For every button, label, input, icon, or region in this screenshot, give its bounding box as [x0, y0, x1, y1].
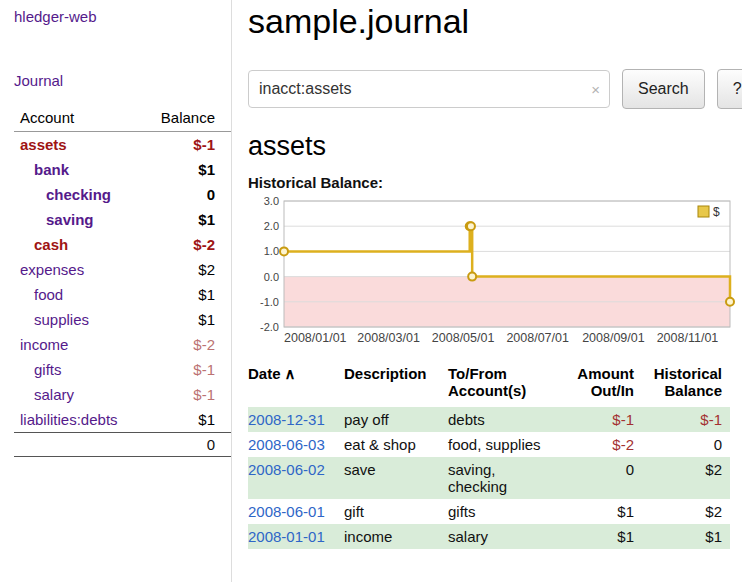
account-row-assets: assets $-1 [14, 132, 231, 158]
transaction-amount: $-1 [562, 407, 642, 432]
account-link-checking[interactable]: checking [46, 186, 111, 203]
transaction-accounts: food, supplies [448, 432, 562, 457]
page-title: sample.journal [248, 2, 742, 41]
transaction-balance: $2 [642, 499, 730, 524]
historical-balance-chart: 3.02.01.00.0-1.0-2.02008/01/012008/03/01… [248, 195, 738, 347]
app-title-link[interactable]: hledger-web [14, 8, 97, 25]
account-balance-assets: $-1 [139, 132, 231, 158]
clear-search-icon[interactable]: × [591, 82, 600, 97]
account-row-salary: salary $-1 [14, 382, 231, 407]
register-row: 2008-06-03 eat & shop food, supplies $-2… [248, 432, 730, 457]
account-balance-bank: $1 [139, 157, 231, 182]
column-header-balance: Historical Balance [642, 363, 730, 407]
accounts-header-balance: Balance [139, 105, 231, 132]
column-header-date[interactable]: Date∧ [248, 363, 344, 407]
svg-text:-2.0: -2.0 [260, 321, 279, 333]
svg-text:2008/09/01: 2008/09/01 [582, 331, 645, 345]
transaction-description: eat & shop [344, 432, 448, 457]
transaction-accounts: saving, checking [448, 457, 562, 499]
account-link-bank[interactable]: bank [34, 161, 69, 178]
transaction-balance: $1 [642, 524, 730, 549]
transaction-date-link[interactable]: 2008-01-01 [248, 528, 325, 545]
transaction-date-link[interactable]: 2008-06-01 [248, 503, 325, 520]
transaction-accounts: debts [448, 407, 562, 432]
register-row: 2008-06-02 save saving, checking 0 $2 [248, 457, 730, 499]
account-link-income[interactable]: income [20, 336, 68, 353]
transaction-date-link[interactable]: 2008-06-03 [248, 436, 325, 453]
svg-text:2008/11/01: 2008/11/01 [657, 331, 719, 345]
svg-text:2008/03/01: 2008/03/01 [357, 331, 420, 345]
account-heading: assets [248, 131, 742, 162]
transaction-amount: 0 [562, 457, 642, 499]
svg-text:-1.0: -1.0 [260, 296, 279, 308]
accounts-header-account: Account [14, 105, 139, 132]
account-balance-cash: $-2 [139, 232, 231, 257]
account-balance-food: $1 [139, 282, 231, 307]
account-link-saving[interactable]: saving [46, 211, 94, 228]
account-row-liabilities-debts: liabilities:debts $1 [14, 407, 231, 433]
sidebar-item-journal[interactable]: Journal [14, 72, 231, 89]
svg-text:$: $ [713, 205, 720, 219]
transaction-description: pay off [344, 407, 448, 432]
search-input-wrap: × [248, 70, 610, 108]
account-link-cash[interactable]: cash [34, 236, 68, 253]
transaction-description: save [344, 457, 448, 499]
column-header-date-label: Date [248, 365, 281, 382]
accounts-table-header: Account Balance [14, 105, 231, 132]
search-input[interactable] [248, 70, 610, 108]
transaction-date-link[interactable]: 2008-06-02 [248, 461, 325, 478]
transaction-date-link[interactable]: 2008-12-31 [248, 411, 325, 428]
account-balance-liabilities-debts: $1 [139, 407, 231, 433]
account-balance-income: $-2 [139, 332, 231, 357]
account-balance-checking: 0 [139, 182, 231, 207]
account-link-assets[interactable]: assets [20, 136, 67, 153]
account-row-expenses: expenses $2 [14, 257, 231, 282]
column-header-amount: Amount Out/In [562, 363, 642, 407]
account-link-expenses[interactable]: expenses [20, 261, 84, 278]
account-balance-salary: $-1 [139, 382, 231, 407]
account-balance-gifts: $-1 [139, 357, 231, 382]
account-row-supplies: supplies $1 [14, 307, 231, 332]
accounts-total-value: 0 [139, 433, 231, 457]
transaction-balance: 0 [642, 432, 730, 457]
svg-text:3.0: 3.0 [264, 195, 279, 207]
transaction-balance: $2 [642, 457, 730, 499]
account-row-gifts: gifts $-1 [14, 357, 231, 382]
register-header-row: Date∧ Description To/From Account(s) Amo… [248, 363, 730, 407]
svg-text:2008/01/01: 2008/01/01 [284, 331, 347, 345]
register-row: 2008-06-01 gift gifts $1 $2 [248, 499, 730, 524]
account-link-salary[interactable]: salary [34, 386, 74, 403]
account-row-checking: checking 0 [14, 182, 231, 207]
column-header-description: Description [344, 363, 448, 407]
transaction-accounts: salary [448, 524, 562, 549]
chart-title: Historical Balance: [248, 174, 742, 191]
transaction-accounts: gifts [448, 499, 562, 524]
help-button[interactable]: ? [717, 69, 742, 109]
account-row-income: income $-2 [14, 332, 231, 357]
account-row-cash: cash $-2 [14, 232, 231, 257]
search-button[interactable]: Search [622, 69, 705, 109]
transaction-balance: $-1 [642, 407, 730, 432]
column-header-accounts: To/From Account(s) [448, 363, 562, 407]
account-link-gifts[interactable]: gifts [34, 361, 62, 378]
account-row-saving: saving $1 [14, 207, 231, 232]
account-balance-expenses: $2 [139, 257, 231, 282]
sidebar: hledger-web Journal Account Balance asse… [0, 0, 232, 582]
register-row: 2008-12-31 pay off debts $-1 $-1 [248, 407, 730, 432]
svg-text:2.0: 2.0 [264, 220, 279, 232]
svg-text:0.0: 0.0 [264, 271, 279, 283]
register-row: 2008-01-01 income salary $1 $1 [248, 524, 730, 549]
svg-text:2008/07/01: 2008/07/01 [506, 331, 569, 345]
account-link-supplies[interactable]: supplies [34, 311, 89, 328]
search-form: × Search ? [248, 69, 742, 109]
account-link-food[interactable]: food [34, 286, 63, 303]
svg-text:2008/05/01: 2008/05/01 [432, 331, 495, 345]
svg-text:1.0: 1.0 [264, 245, 279, 257]
transaction-description: income [344, 524, 448, 549]
main-content: sample.journal × Search ? assets Histori… [232, 0, 742, 582]
transaction-amount: $1 [562, 499, 642, 524]
accounts-table: Account Balance assets $-1 bank $1 check… [14, 105, 231, 457]
account-link-liabilities-debts[interactable]: liabilities:debts [20, 411, 118, 428]
account-row-food: food $1 [14, 282, 231, 307]
account-row-bank: bank $1 [14, 157, 231, 182]
